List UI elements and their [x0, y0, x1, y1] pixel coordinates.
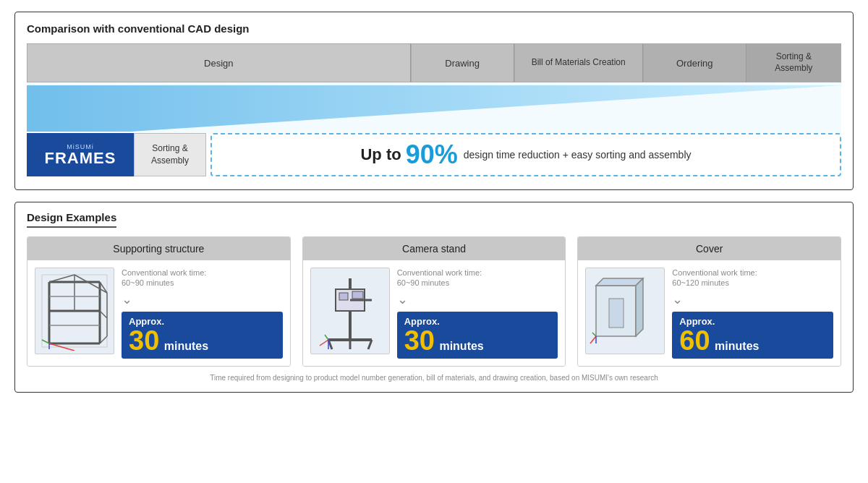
arrow-down-3: ⌄ [672, 291, 833, 307]
approx-number-2: 30 [404, 325, 435, 356]
conventional-label-2: Conventional work time: 60~90 minutes [397, 268, 558, 288]
cover-image-svg [589, 271, 661, 351]
svg-marker-35 [636, 278, 643, 336]
example-card-cover: Cover [577, 236, 841, 367]
comparison-section: Comparison with conventional CAD design … [14, 12, 854, 190]
arrow-down-2: ⌄ [397, 291, 558, 307]
card-body-supporting: Conventional work time: 60~90 minutes ⌄ … [27, 260, 290, 366]
example-image-cover [585, 268, 665, 354]
frames-row: MiSUMi FRAMES Sorting & Assembly Up to 9… [27, 133, 841, 176]
phase-ordering: Ordering [643, 43, 746, 82]
example-info-supporting: Conventional work time: 60~90 minutes ⌄ … [122, 268, 283, 359]
conventional-label-3: Conventional work time: 60~120 minutes [672, 268, 833, 288]
examples-title: Design Examples [27, 211, 116, 228]
result-prefix: Up to [360, 145, 401, 164]
approx-number-1: 30 [129, 325, 159, 356]
approx-unit-1: minutes [164, 340, 208, 352]
conventional-label-1: Conventional work time: 60~90 minutes [122, 268, 283, 288]
approx-box-1: Approx. 30 minutes [122, 312, 283, 359]
example-info-camera: Conventional work time: 60~90 minutes ⌄ … [397, 268, 558, 359]
svg-rect-27 [352, 291, 363, 299]
frames-text: FRAMES [45, 150, 116, 166]
svg-marker-34 [596, 278, 643, 286]
svg-line-30 [325, 335, 328, 340]
approx-unit-3: minutes [715, 340, 759, 352]
examples-grid: Supporting structure [27, 236, 841, 367]
svg-rect-33 [609, 299, 624, 328]
example-image-supporting [35, 268, 114, 354]
examples-section: Design Examples Supporting structure [14, 202, 854, 393]
phase-bom: Bill of Materials Creation [514, 43, 643, 82]
svg-line-10 [75, 275, 107, 293]
svg-rect-26 [339, 293, 348, 300]
phase-drawing: Drawing [411, 43, 514, 82]
svg-line-29 [320, 340, 328, 346]
phase-row: Design Drawing Bill of Materials Creatio… [27, 43, 841, 82]
result-description: design time reduction + easy sorting and… [464, 149, 692, 161]
comparison-title: Comparison with conventional CAD design [27, 22, 841, 35]
example-card-supporting: Supporting structure [27, 236, 291, 367]
example-info-cover: Conventional work time: 60~120 minutes ⌄… [672, 268, 833, 359]
camera-image-svg [314, 271, 386, 351]
phase-sorting: Sorting & Assembly [746, 43, 841, 82]
result-percent: 90% [406, 140, 458, 170]
approx-box-2: Approx. 30 minutes [397, 312, 558, 359]
card-title-supporting: Supporting structure [27, 237, 290, 260]
approx-box-3: Approx. 60 minutes [672, 312, 833, 359]
frames-logo: MiSUMi FRAMES [27, 133, 134, 176]
example-image-camera [310, 268, 390, 354]
triangle-area [27, 82, 841, 133]
svg-line-38 [590, 336, 596, 343]
structure-image-svg [38, 271, 111, 351]
frames-result-box: Up to 90% design time reduction + easy s… [210, 133, 841, 176]
card-body-camera: Conventional work time: 60~90 minutes ⌄ … [303, 260, 566, 366]
frames-sorting-label: Sorting & Assembly [134, 133, 206, 176]
card-title-cover: Cover [578, 237, 841, 260]
arrow-down-1: ⌄ [122, 291, 283, 307]
triangle-svg [27, 82, 841, 133]
phase-design: Design [27, 43, 411, 82]
approx-unit-2: minutes [439, 340, 483, 352]
cad-chart: Design Drawing Bill of Materials Creatio… [27, 43, 841, 176]
example-card-camera: Camera stand [302, 236, 566, 367]
card-title-camera: Camera stand [303, 237, 566, 260]
footnote: Time required from designing to product … [27, 374, 841, 382]
approx-number-3: 60 [679, 325, 710, 356]
card-body-cover: Conventional work time: 60~120 minutes ⌄… [578, 260, 841, 366]
